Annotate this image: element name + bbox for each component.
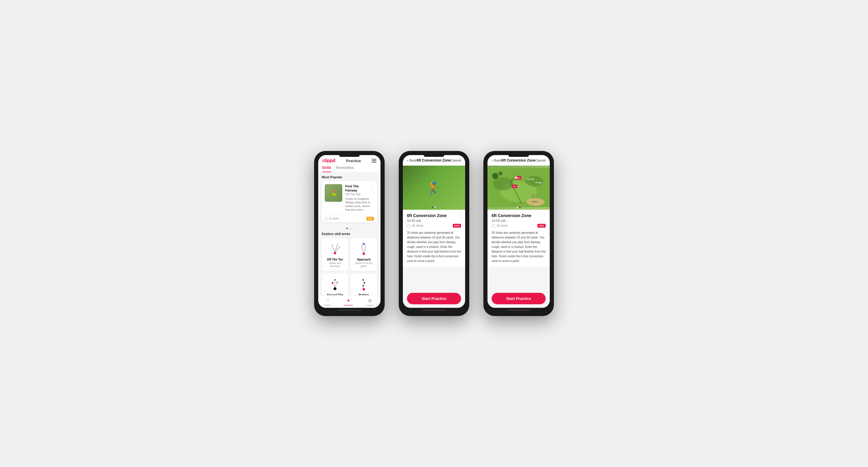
- dot-1[interactable]: [346, 228, 348, 229]
- shots-count: 10 shots: [329, 217, 339, 220]
- svg-line-21: [363, 287, 364, 288]
- shots-info: 10 shots: [325, 217, 339, 220]
- approach-icon: [355, 241, 373, 256]
- cancel-button-3[interactable]: Cancel: [536, 159, 546, 162]
- start-practice-button-2[interactable]: Start Practice: [407, 293, 461, 304]
- img-dot-2[interactable]: [435, 206, 436, 208]
- nav-capture[interactable]: ⊕ Capture: [366, 298, 374, 307]
- drill-info-3: 6ft Conversion Zone ☆ 10-50 yds 20 shots…: [488, 210, 550, 267]
- ott-desc: Power and accuracy: [325, 262, 345, 268]
- badge-ott: OTT: [366, 217, 374, 221]
- clock-icon: [325, 217, 328, 220]
- dot-2[interactable]: [349, 228, 350, 229]
- svg-line-14: [333, 284, 335, 287]
- ott-name: Off The Tee: [325, 258, 345, 261]
- phone-1: clippd Practice Drills Favourites Most P…: [314, 151, 384, 316]
- phone-3-screen: ‹ Back 6ft Conversion Zone Cancel: [488, 155, 550, 308]
- capture-icon: ⊕: [368, 298, 372, 303]
- home-bar: [338, 309, 361, 311]
- skill-around-green[interactable]: Around The Green Hone your short game: [322, 273, 348, 295]
- phone-1-screen: clippd Practice Drills Favourites Most P…: [318, 155, 380, 308]
- nav-activities-label: Activities: [344, 304, 353, 307]
- tab-favourites[interactable]: Favourites: [336, 166, 354, 172]
- drill-info-2: 6ft Conversion Zone ☆ 10-50 yds 20 shots…: [403, 210, 465, 267]
- svg-point-0: [334, 252, 336, 254]
- svg-point-4: [332, 244, 333, 246]
- activities-icon: ✦: [346, 298, 350, 303]
- skill-off-the-tee[interactable]: Off The Tee Power and accuracy: [322, 238, 348, 271]
- tab-drills[interactable]: Drills: [322, 166, 331, 172]
- drill-favourite-star-3[interactable]: ☆: [542, 213, 546, 218]
- practice-title: Practice: [346, 159, 361, 163]
- explore-label: Explore skill areas: [322, 232, 377, 236]
- badge-arg-3: ARG: [537, 224, 546, 228]
- map-dot-2[interactable]: [519, 206, 521, 208]
- hamburger-line: [372, 159, 376, 160]
- start-practice-button-3[interactable]: Start Practice: [492, 293, 546, 304]
- atg-diagram: [326, 277, 344, 292]
- svg-point-9: [362, 244, 363, 245]
- phone-2: ‹ Back 6ft Conversion Zone Cancel 🏌️: [399, 151, 469, 316]
- drill-shots-row-2: 20 shots ARG: [407, 224, 461, 228]
- tabs-row: Drills Favourites: [322, 166, 376, 172]
- back-button-3[interactable]: ‹ Back: [492, 158, 501, 162]
- svg-text:🏌️: 🏌️: [530, 193, 536, 199]
- drill-name-row-2: 6ft Conversion Zone ☆: [407, 213, 461, 218]
- svg-point-5: [337, 243, 338, 245]
- svg-text:Hit: Hit: [514, 185, 516, 188]
- drill-name-row-3: 6ft Conversion Zone ☆: [492, 213, 546, 218]
- svg-point-12: [336, 281, 338, 283]
- drill-shots-count-2: 20 shots: [412, 224, 423, 227]
- ott-diagram: [326, 241, 344, 256]
- home-icon: ⌂: [327, 298, 330, 303]
- svg-text:SAND: SAND: [532, 201, 537, 203]
- img-dot-1[interactable]: [432, 206, 433, 208]
- svg-point-11: [332, 282, 334, 284]
- off-the-tee-icon: [326, 241, 344, 256]
- most-popular-label: Most Popular: [322, 175, 377, 179]
- svg-point-6: [339, 246, 341, 247]
- putting-diagram: [355, 277, 373, 292]
- start-btn-container-3: Start Practice: [488, 289, 550, 308]
- badge-arg-2: ARG: [453, 224, 461, 228]
- hamburger-line: [372, 162, 376, 162]
- svg-point-8: [363, 243, 365, 245]
- menu-icon[interactable]: [372, 159, 376, 162]
- svg-point-27: [493, 177, 514, 190]
- cancel-button-2[interactable]: Cancel: [451, 159, 461, 162]
- back-button-2[interactable]: ‹ Back: [407, 158, 417, 162]
- phone-3: ‹ Back 6ft Conversion Zone Cancel: [484, 151, 554, 316]
- drill-desc-3: 20 shots are randomly generated at dista…: [492, 231, 546, 263]
- svg-line-1: [332, 246, 335, 252]
- phone-notch-2: [424, 155, 444, 157]
- home-bar-3: [507, 309, 530, 311]
- dot-3[interactable]: [351, 228, 353, 229]
- skill-approach[interactable]: Approach Dial-in to hit the green: [350, 238, 377, 271]
- phone-notch-3: [508, 155, 529, 157]
- course-map-svg: Hit Miss Fairway Rough SAND 🏌️: [488, 166, 550, 210]
- drill-distance-3: 10-50 yds: [492, 219, 546, 222]
- nav-home[interactable]: ⌂ Home: [325, 298, 331, 307]
- nav-activities[interactable]: ✦ Activities: [344, 298, 353, 307]
- svg-point-17: [363, 288, 365, 291]
- drill-favourite-star-2[interactable]: ☆: [458, 213, 461, 218]
- favourite-star[interactable]: ☆: [371, 184, 374, 188]
- putting-icon: [355, 277, 373, 292]
- svg-point-18: [363, 285, 364, 287]
- image-dots: [432, 206, 436, 208]
- svg-point-29: [492, 173, 498, 179]
- map-dot-1[interactable]: [517, 206, 518, 208]
- featured-card[interactable]: ⛳ Find The Fairway Off The Tee ☆ Create …: [322, 181, 377, 222]
- drill-name-3: 6ft Conversion Zone: [492, 213, 531, 218]
- svg-point-28: [525, 176, 543, 186]
- featured-card-inner: ⛳ Find The Fairway Off The Tee ☆ Create …: [322, 181, 377, 215]
- nav-home-label: Home: [325, 304, 331, 306]
- drill-distance-2: 10-50 yds: [407, 219, 461, 222]
- drill-shots-count-3: 20 shots: [497, 224, 508, 227]
- start-btn-container-2: Start Practice: [403, 289, 465, 308]
- featured-info: Find The Fairway Off The Tee ☆ Create an…: [345, 184, 374, 212]
- svg-point-39: [515, 176, 517, 178]
- back-label-3: Back: [494, 159, 501, 162]
- atg-icon: [326, 277, 344, 292]
- skill-putting[interactable]: Putting Make and lag practice: [350, 273, 377, 295]
